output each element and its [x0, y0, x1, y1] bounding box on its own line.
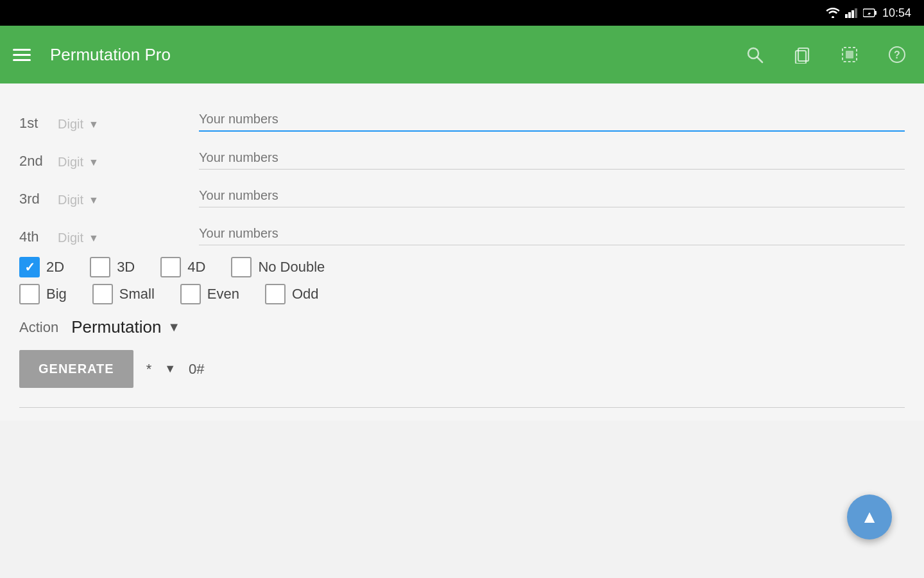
- fab-up-icon: ▲: [860, 508, 878, 526]
- app-title: Permutation Pro: [50, 45, 721, 65]
- signal-icon: [845, 8, 858, 18]
- help-icon[interactable]: ?: [883, 40, 911, 69]
- wifi-icon: [826, 8, 840, 18]
- digit-label-1st: 1st: [19, 115, 58, 132]
- digit-input-4th[interactable]: [199, 226, 905, 241]
- action-dropdown[interactable]: Permutation ▼: [71, 317, 180, 337]
- digit-input-2nd[interactable]: [199, 150, 905, 165]
- checkbox-item-odd: Odd: [265, 284, 319, 304]
- checkboxes-row-1: 2D 3D 4D No Double: [19, 257, 905, 277]
- generate-star: *: [146, 361, 152, 378]
- digit-dropdown-text-3rd: Digit: [58, 193, 83, 207]
- svg-rect-2: [851, 10, 854, 18]
- checkbox-no-double[interactable]: [231, 257, 252, 277]
- digit-row-2nd: 2nd Digit ▼: [19, 134, 905, 170]
- checkbox-label-3d: 3D: [117, 259, 135, 276]
- svg-rect-3: [855, 8, 857, 18]
- generate-dropdown-arrow[interactable]: ▼: [164, 362, 176, 376]
- digit-label-4th: 4th: [19, 229, 58, 245]
- checkbox-label-big: Big: [46, 286, 67, 302]
- checkbox-label-2d: 2D: [46, 259, 64, 276]
- checkbox-item-big: Big: [19, 284, 67, 304]
- checkbox-small[interactable]: [92, 284, 113, 304]
- digit-dropdown-arrow-2nd: ▼: [89, 157, 99, 168]
- generate-button[interactable]: GENERATE: [19, 350, 133, 388]
- digit-input-container-1st: [199, 112, 905, 132]
- copy-icon[interactable]: [788, 40, 816, 69]
- checkbox-label-4d: 4D: [187, 259, 205, 276]
- svg-rect-11: [846, 51, 853, 58]
- digit-input-container-2nd: [199, 150, 905, 170]
- svg-rect-1: [848, 12, 851, 18]
- digit-dropdown-arrow-4th: ▼: [89, 232, 99, 244]
- digit-dropdown-text-2nd: Digit: [58, 155, 83, 170]
- action-row: Action Permutation ▼: [19, 317, 905, 337]
- svg-line-7: [757, 57, 762, 62]
- generate-row: GENERATE * ▼ 0#: [19, 350, 905, 388]
- checkbox-label-no-double: No Double: [258, 259, 325, 276]
- checkboxes-row-2: Big Small Even Odd: [19, 284, 905, 304]
- digit-input-3rd[interactable]: [199, 188, 905, 203]
- digit-dropdown-4th[interactable]: Digit ▼: [58, 231, 199, 245]
- svg-text:?: ?: [894, 49, 900, 60]
- digit-dropdown-arrow-1st: ▼: [89, 119, 99, 130]
- checkbox-2d[interactable]: [19, 257, 40, 277]
- checkbox-item-no-double: No Double: [231, 257, 325, 277]
- checkbox-4d[interactable]: [160, 257, 181, 277]
- digit-label-2nd: 2nd: [19, 153, 58, 170]
- select-all-icon[interactable]: [835, 40, 864, 69]
- checkbox-odd[interactable]: [265, 284, 286, 304]
- scroll-to-top-fab[interactable]: ▲: [847, 495, 892, 539]
- digit-dropdown-text-1st: Digit: [58, 117, 83, 132]
- action-label: Action: [19, 319, 58, 336]
- status-time: 10:54: [882, 6, 911, 20]
- checkbox-item-small: Small: [92, 284, 155, 304]
- digit-row-1st: 1st Digit ▼: [19, 96, 905, 132]
- battery-icon: [863, 8, 877, 17]
- main-content: 1st Digit ▼ 2nd Digit ▼ 3rd Digit ▼ 4th …: [0, 83, 924, 421]
- action-dropdown-arrow: ▼: [167, 320, 180, 335]
- digit-input-container-3rd: [199, 188, 905, 207]
- checkbox-item-even: Even: [180, 284, 239, 304]
- checkbox-label-small: Small: [119, 286, 155, 302]
- digit-input-1st[interactable]: [199, 112, 905, 127]
- checkbox-item-2d: 2D: [19, 257, 64, 277]
- checkbox-item-4d: 4D: [160, 257, 205, 277]
- checkbox-label-even: Even: [207, 286, 239, 302]
- digit-rows-container: 1st Digit ▼ 2nd Digit ▼ 3rd Digit ▼ 4th …: [19, 96, 905, 245]
- digit-dropdown-arrow-3rd: ▼: [89, 195, 99, 206]
- digit-label-3rd: 3rd: [19, 191, 58, 207]
- digit-input-container-4th: [199, 226, 905, 245]
- search-icon[interactable]: [740, 40, 769, 69]
- digit-dropdown-1st[interactable]: Digit ▼: [58, 117, 199, 132]
- generate-hash: 0#: [189, 361, 204, 378]
- checkbox-big[interactable]: [19, 284, 40, 304]
- digit-dropdown-2nd[interactable]: Digit ▼: [58, 155, 199, 170]
- content-divider: [19, 407, 905, 408]
- digit-dropdown-3rd[interactable]: Digit ▼: [58, 193, 199, 207]
- svg-rect-0: [845, 14, 848, 18]
- digit-dropdown-text-4th: Digit: [58, 231, 83, 245]
- app-bar: Permutation Pro ?: [0, 26, 924, 83]
- checkbox-item-3d: 3D: [90, 257, 135, 277]
- hamburger-menu-icon[interactable]: [13, 49, 31, 61]
- digit-row-4th: 4th Digit ▼: [19, 210, 905, 245]
- checkbox-even[interactable]: [180, 284, 201, 304]
- digit-row-3rd: 3rd Digit ▼: [19, 172, 905, 207]
- status-bar: 10:54: [0, 0, 924, 26]
- svg-rect-5: [875, 11, 877, 15]
- action-dropdown-text: Permutation: [71, 317, 161, 337]
- checkbox-3d[interactable]: [90, 257, 110, 277]
- checkbox-label-odd: Odd: [292, 286, 319, 302]
- status-icons: 10:54: [826, 6, 911, 20]
